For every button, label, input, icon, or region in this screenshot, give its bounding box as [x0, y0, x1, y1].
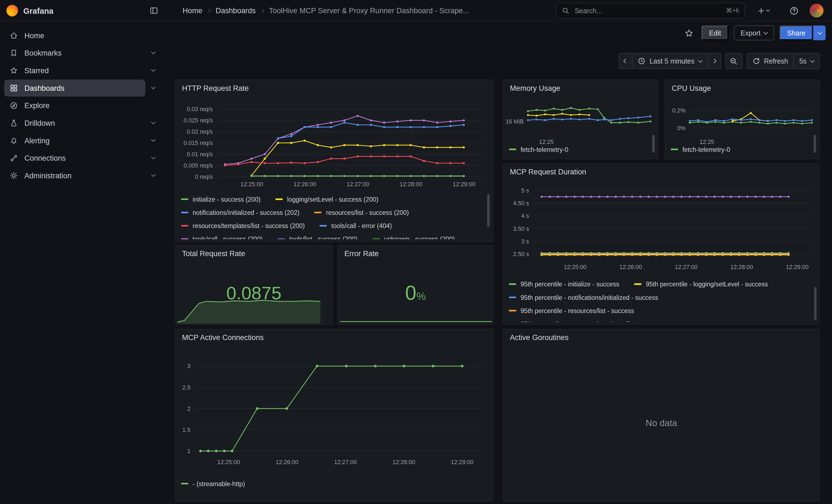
- svg-text:12:26:00: 12:26:00: [276, 459, 298, 465]
- mcp-active-connections-chart[interactable]: 32.521.5112:25:0012:26:0012:27:0012:28:0…: [176, 345, 493, 473]
- legend-item[interactable]: resources/templates/list - success (200): [181, 222, 305, 230]
- search-input[interactable]: [574, 6, 722, 15]
- share-button[interactable]: Share: [780, 26, 813, 41]
- bookmark-icon: [10, 48, 18, 57]
- sidebar-item-connections[interactable]: Connections: [4, 149, 161, 167]
- legend-item[interactable]: 95th percentile - initialize - success: [509, 280, 619, 288]
- sidebar-item-starred[interactable]: Starred: [4, 62, 161, 79]
- brand[interactable]: Grafana: [6, 0, 53, 21]
- legend-scrollbar[interactable]: [814, 287, 816, 320]
- sidebar-item-drilldown[interactable]: Drilldown: [4, 114, 161, 132]
- plug-icon: [10, 154, 18, 162]
- svg-text:12:28:00: 12:28:00: [392, 459, 415, 465]
- expand-chevron-icon[interactable]: [145, 175, 161, 176]
- chart-legend: initialize - success (200)logging/setLev…: [181, 192, 486, 239]
- legend-item[interactable]: resources/list - success (200): [314, 209, 409, 216]
- edit-button[interactable]: Edit: [702, 26, 728, 41]
- legend-scrollbar[interactable]: [813, 135, 816, 153]
- legend-item[interactable]: - (streamable-http): [181, 480, 245, 487]
- panel-title[interactable]: Error Rate: [338, 246, 493, 262]
- help-button[interactable]: [786, 3, 801, 18]
- expand-chevron-icon[interactable]: [145, 139, 161, 141]
- legend-scrollbar[interactable]: [487, 194, 490, 227]
- memory-usage-chart[interactable]: 16 MiB12:25: [503, 93, 658, 146]
- legend-item[interactable]: notifications/initialized - success (202…: [181, 209, 300, 216]
- chevron-right-icon: [207, 9, 211, 12]
- legend-item[interactable]: logging/setLevel - success (200): [276, 195, 378, 203]
- sidebar-item-alerting[interactable]: Alerting: [4, 132, 161, 149]
- grafana-app: Grafana Home Dashboards ToolHive MCP Ser…: [0, 0, 832, 504]
- breadcrumb-dashboards[interactable]: Dashboards: [216, 6, 256, 15]
- panel-title[interactable]: Active Goroutines: [503, 329, 819, 346]
- panel-title[interactable]: MCP Request Duration: [503, 164, 819, 180]
- add-menu-button[interactable]: [754, 3, 773, 18]
- legend-item[interactable]: 95th percentile - resources/list - succe…: [509, 307, 634, 314]
- legend-item[interactable]: tools/list - success (200): [278, 235, 358, 239]
- dashboard-content: Edit Export Share Last 5 minutes: [166, 21, 832, 504]
- svg-text:0 req/s: 0 req/s: [195, 174, 213, 180]
- sidebar-item-explore[interactable]: Explore: [4, 97, 161, 114]
- zoom-out-icon: [730, 57, 738, 65]
- refresh-interval-picker[interactable]: 5s: [794, 54, 820, 69]
- apps-icon: [10, 84, 18, 92]
- sidebar-item-dashboards[interactable]: Dashboards: [4, 79, 161, 97]
- sidebar-item-label: Connections: [25, 154, 66, 162]
- legend-item[interactable]: fetch-telemetry-0: [671, 145, 730, 153]
- expand-chevron-icon[interactable]: [145, 87, 161, 88]
- legend-item[interactable]: 95th percentile - logging/setLevel - suc…: [634, 280, 768, 288]
- share-menu-button[interactable]: [813, 26, 826, 41]
- legend-item[interactable]: 95th percentile - resources/templates/li…: [509, 320, 664, 322]
- legend-scrollbar[interactable]: [652, 135, 655, 153]
- panel-title[interactable]: HTTP Request Rate: [176, 80, 493, 96]
- chevron-right-icon: [712, 59, 716, 63]
- sidebar-item-administration[interactable]: Administration: [4, 167, 161, 184]
- share-split-button: Share: [780, 26, 826, 41]
- panel-cpu-usage: CPU Usage 0.2%0%12:25 fetch-telemetry-0: [665, 80, 820, 159]
- time-shift-back-button[interactable]: [619, 54, 632, 69]
- breadcrumb-home[interactable]: Home: [182, 6, 202, 15]
- svg-text:1.5: 1.5: [182, 427, 190, 433]
- dashboard-toolbar: Edit Export Share: [681, 26, 826, 41]
- chevron-down-icon: [698, 58, 702, 62]
- legend-item[interactable]: 95th percentile - notifications/initiali…: [509, 294, 658, 301]
- panel-memory-usage: Memory Usage 16 MiB12:25 fetch-telemetry…: [503, 80, 658, 159]
- user-avatar[interactable]: [810, 4, 824, 17]
- time-range-picker[interactable]: Last 5 minutes: [632, 54, 707, 69]
- legend-item[interactable]: fetch-telemetry-0: [509, 145, 568, 153]
- zoom-out-button[interactable]: [725, 53, 742, 69]
- legend-item[interactable]: initialize - success (200): [181, 195, 261, 203]
- cpu-usage-chart[interactable]: 0.2%0%12:25: [665, 93, 819, 146]
- time-shift-forward-button[interactable]: [707, 54, 720, 69]
- chevron-left-icon: [623, 59, 628, 63]
- svg-text:3: 3: [187, 363, 191, 369]
- svg-text:12:26:00: 12:26:00: [293, 181, 316, 187]
- sidebar-item-bookmarks[interactable]: Bookmarks: [4, 44, 161, 62]
- favorite-star-icon[interactable]: [681, 26, 696, 41]
- expand-chevron-icon[interactable]: [145, 122, 161, 124]
- svg-text:2.50 s: 2.50 s: [513, 251, 529, 257]
- export-button[interactable]: Export: [734, 26, 775, 41]
- expand-chevron-icon[interactable]: [145, 157, 161, 159]
- refresh-button[interactable]: Refresh: [747, 54, 794, 69]
- search-box[interactable]: ⌘+k: [556, 3, 745, 19]
- svg-text:0.025 req/s: 0.025 req/s: [183, 117, 213, 124]
- top-bar: Grafana Home Dashboards ToolHive MCP Ser…: [0, 0, 832, 21]
- legend-item[interactable]: tools/call - success (200): [181, 235, 263, 239]
- legend-item[interactable]: unknown - success (200): [372, 235, 455, 239]
- mcp-request-duration-chart[interactable]: 5 s4.50 s4 s3.50 s3 s2.50 s12:25:0012:26…: [503, 180, 819, 275]
- svg-text:0.02 req/s: 0.02 req/s: [187, 129, 213, 135]
- sidebar-item-home[interactable]: Home: [4, 26, 161, 44]
- nav-sidebar: HomeBookmarksStarredDashboardsExploreDri…: [0, 21, 166, 504]
- expand-chevron-icon[interactable]: [145, 52, 161, 54]
- sidebar-item-label: Alerting: [25, 136, 50, 145]
- sidebar-item-label: Home: [25, 31, 44, 39]
- compass-icon: [10, 101, 18, 109]
- expand-chevron-icon[interactable]: [145, 70, 161, 71]
- sidebar-toggle-icon[interactable]: [146, 3, 161, 18]
- http-request-rate-chart[interactable]: 0.03 req/s0.025 req/s0.02 req/s0.015 req…: [176, 96, 493, 190]
- panel-title[interactable]: Total Request Rate: [176, 246, 332, 262]
- svg-text:0.005 req/s: 0.005 req/s: [183, 162, 213, 169]
- sidebar-item-label: Starred: [25, 66, 49, 75]
- panel-title[interactable]: MCP Active Connections: [176, 329, 493, 346]
- legend-item[interactable]: tools/call - error (404): [320, 222, 392, 230]
